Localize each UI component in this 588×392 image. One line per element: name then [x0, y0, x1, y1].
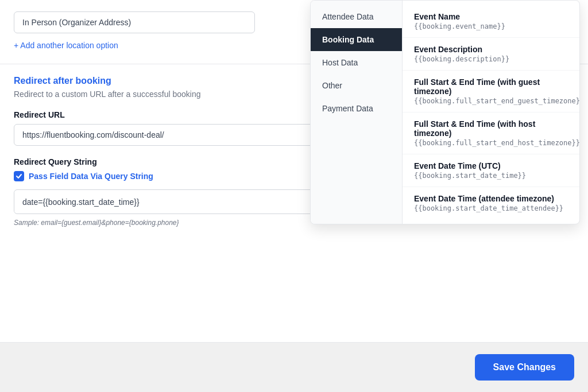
dropdown-option-title: Full Start & End Time (with host timezon… — [414, 119, 568, 138]
dropdown-option-code: {{booking.start_date_time_attendee}} — [414, 204, 568, 212]
location-input[interactable] — [14, 11, 255, 33]
bottom-bar: Save Changes — [0, 342, 588, 392]
dropdown-option[interactable]: Event Description{{booking.description}} — [403, 38, 579, 71]
dropdown-menu-item[interactable]: Booking Data — [311, 28, 402, 51]
dropdown-menu-item[interactable]: Attendee Data — [311, 5, 402, 28]
pass-field-data-label[interactable]: Pass Field Data Via Query String — [29, 172, 153, 181]
dropdown-menu-item[interactable]: Other — [311, 74, 402, 97]
dropdown-menu-item[interactable]: Payment Data — [311, 97, 402, 120]
field-picker-dropdown: Attendee DataBooking DataHost DataOtherP… — [310, 0, 580, 224]
dropdown-option-code: {{booking.full_start_end_host_timezone}} — [414, 139, 568, 147]
dropdown-option-title: Full Start & End Time (with guest timezo… — [414, 77, 568, 96]
main-content: + Add another location option Redirect a… — [0, 0, 588, 250]
dropdown-option-code: {{booking.description}} — [414, 55, 568, 63]
dropdown-option-title: Event Date Time (UTC) — [414, 161, 568, 170]
dropdown-option-title: Event Name — [414, 12, 568, 21]
dropdown-option[interactable]: Event Date Time (UTC){{booking.start_dat… — [403, 154, 579, 187]
dropdown-option[interactable]: Event Name{{booking.event_name}} — [403, 5, 579, 38]
save-changes-button[interactable]: Save Changes — [475, 354, 574, 381]
dropdown-option[interactable]: Full Start & End Time (with host timezon… — [403, 112, 579, 154]
dropdown-option-title: Event Description — [414, 45, 568, 54]
dropdown-menu-item[interactable]: Host Data — [311, 51, 402, 74]
dropdown-option-code: {{booking.event_name}} — [414, 22, 568, 30]
dropdown-option[interactable]: Event Date Time (attendee timezone){{boo… — [403, 187, 579, 219]
dropdown-options: Event Name{{booking.event_name}}Event De… — [403, 1, 579, 224]
dropdown-menu: Attendee DataBooking DataHost DataOtherP… — [311, 1, 403, 224]
add-location-link[interactable]: + Add another location option — [14, 41, 118, 50]
dropdown-option-code: {{booking.start_date_time}} — [414, 172, 568, 180]
main-wrapper: + Add another location option Redirect a… — [0, 0, 588, 350]
pass-field-data-checkbox[interactable] — [14, 171, 24, 181]
dropdown-option-title: Event Date Time (attendee timezone) — [414, 194, 568, 203]
dropdown-option[interactable]: Full Start & End Time (with guest timezo… — [403, 71, 579, 112]
dropdown-option-code: {{booking.full_start_end_guest_timezone}… — [414, 97, 568, 105]
